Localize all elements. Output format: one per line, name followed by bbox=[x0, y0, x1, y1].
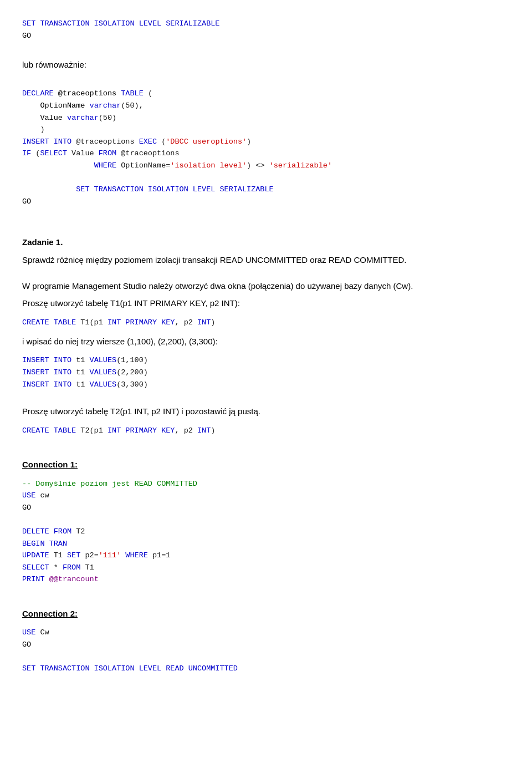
zadanie1-description4: i wpisać do niej trzy wiersze (1,100), (… bbox=[22, 335, 510, 348]
code-block-set-transaction-top: SET TRANSACTION ISOLATION LEVEL SERIALIZ… bbox=[22, 18, 510, 42]
lub-rownowazenie-label: lub równoważnie: bbox=[22, 58, 510, 71]
connection1-heading: Connection 1: bbox=[22, 459, 510, 471]
zadanie1-description1: Sprawdź różnicę między poziomem izolacji… bbox=[22, 253, 510, 266]
connection2-heading: Connection 2: bbox=[22, 608, 510, 621]
code-block-create-t1: CREATE TABLE T1(p1 INT PRIMARY KEY, p2 I… bbox=[22, 317, 510, 329]
code-block-declare: DECLARE @traceoptions TABLE ( OptionName… bbox=[22, 88, 510, 207]
code-block-connection2: USE Cw GO SET TRANSACTION ISOLATION LEVE… bbox=[22, 627, 510, 674]
zadanie1-description2: W programie Management Studio należy otw… bbox=[22, 279, 510, 292]
code-block-connection1: -- Domyślnie poziom jest READ COMMITTED … bbox=[22, 478, 510, 586]
zadanie1-description3: Proszę utworzyć tabelę T1(p1 INT PRIMARY… bbox=[22, 297, 510, 309]
zadanie1-description5: Proszę utworzyć tabelę T2(p1 INT, p2 INT… bbox=[22, 405, 510, 418]
code-block-insert-t1: INSERT INTO t1 VALUES(1,100) INSERT INTO… bbox=[22, 354, 510, 390]
zadanie1-heading: Zadanie 1. bbox=[22, 236, 510, 249]
code-block-create-t2: CREATE TABLE T2(p1 INT PRIMARY KEY, p2 I… bbox=[22, 425, 510, 437]
